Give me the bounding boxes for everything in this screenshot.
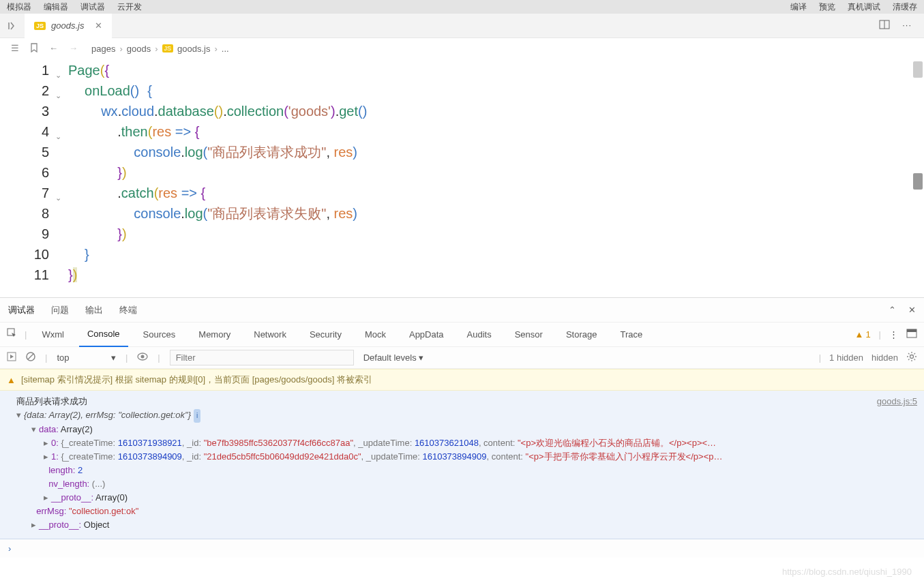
chevron-up-icon[interactable]: ⌃ — [889, 305, 896, 315]
sidebar-toggle-icon[interactable] — [0, 21, 25, 31]
split-editor-icon[interactable] — [879, 20, 890, 31]
more-actions-icon[interactable]: ··· — [902, 20, 912, 31]
expand-icon[interactable]: ▾ — [16, 408, 21, 422]
terminal-tab[interactable]: 终端 — [119, 304, 137, 316]
fold-icon[interactable]: ⌄ — [55, 65, 61, 85]
expand-icon[interactable]: ▸ — [44, 491, 48, 505]
inspect-icon[interactable] — [7, 328, 18, 341]
editor-tab-strip: JS goods.js ✕ ··· — [0, 14, 924, 38]
menu-debugger[interactable]: 调试器 — [80, 1, 105, 12]
svg-line-7 — [28, 354, 33, 359]
chevron-right-icon: › — [119, 44, 122, 54]
breadcrumb[interactable]: pages › goods › JS goods.js › ... — [91, 44, 229, 54]
menu-clear-cache[interactable]: 清缓存 — [893, 1, 917, 12]
devtools-tab-trace[interactable]: Trace — [612, 322, 651, 347]
svg-rect-4 — [907, 329, 916, 332]
debugger-panel: 调试器 问题 输出 终端 ⌃ ✕ | Wxml Console Sources … — [0, 297, 924, 558]
line-number-gutter: 1⌄ 2⌄ 3 4⌄ 5 6 7⌄ 8 9 10 11 — [0, 59, 68, 297]
fold-icon[interactable]: ⌄ — [55, 126, 61, 147]
fold-icon[interactable]: ⌄ — [55, 85, 61, 106]
minimap-thumb — [913, 61, 923, 78]
devtools-tab-sources[interactable]: Sources — [135, 322, 184, 347]
dock-icon[interactable] — [906, 329, 917, 340]
chevron-right-icon: › — [155, 44, 158, 54]
close-icon[interactable]: ✕ — [908, 305, 916, 315]
devtools-tab-network[interactable]: Network — [245, 322, 295, 347]
devtools-tab-sensor[interactable]: Sensor — [507, 322, 551, 347]
breadcrumb-part[interactable]: goods — [127, 44, 151, 54]
menu-editor[interactable]: 编辑器 — [44, 1, 68, 12]
problems-tab[interactable]: 问题 — [51, 304, 69, 316]
devtools-tab-console[interactable]: Console — [79, 322, 128, 347]
chevron-right-icon: › — [214, 44, 217, 54]
menu-cloud[interactable]: 云开发 — [117, 1, 142, 12]
object-property: errMsg: "collection.get:ok" — [7, 505, 917, 518]
devtools-tab-mock[interactable]: Mock — [357, 322, 394, 347]
console-output[interactable]: goods.js:5 商品列表请求成功 ▾{data: Array(2), er… — [0, 391, 924, 539]
log-levels-selector[interactable]: Default levels ▾ — [363, 352, 424, 363]
object-summary[interactable]: ▾{data: Array(2), errMsg: "collection.ge… — [7, 408, 917, 423]
devtools-tab-audits[interactable]: Audits — [459, 322, 500, 347]
breadcrumb-part[interactable]: pages — [91, 44, 115, 54]
code-content[interactable]: Page({ onLoad() { wx.cloud.database().co… — [68, 59, 367, 297]
js-file-badge: JS — [34, 22, 46, 30]
context-selector[interactable]: top ▾ — [57, 352, 115, 363]
sitemap-warning: ▲ [sitemap 索引情况提示] 根据 sitemap 的规则[0]，当前页… — [0, 369, 924, 391]
devtools-tab-appdata[interactable]: AppData — [401, 322, 452, 347]
devtools-tab-wxml[interactable]: Wxml — [33, 322, 72, 347]
menu-icon[interactable]: ☰ — [11, 43, 19, 55]
warning-icon: ▲ — [7, 375, 16, 385]
expand-icon[interactable]: ▾ — [31, 423, 36, 436]
warning-count-badge[interactable]: ▲ 1 — [855, 329, 871, 340]
object-property[interactable]: ▾data: Array(2) — [7, 423, 917, 436]
menu-preview[interactable]: 预览 — [819, 1, 835, 12]
minimap[interactable] — [912, 59, 924, 297]
devtools-tab-memory[interactable]: Memory — [190, 322, 239, 347]
expand-icon[interactable]: ▸ — [44, 450, 48, 464]
top-menu-right: 编译 预览 真机调试 清缓存 — [790, 0, 917, 14]
devtools-tab-security[interactable]: Security — [301, 322, 350, 347]
code-editor[interactable]: 1⌄ 2⌄ 3 4⌄ 5 6 7⌄ 8 9 10 11 Page({ onLoa… — [0, 59, 924, 297]
nav-forward-icon[interactable]: → — [69, 43, 78, 55]
devtools-tab-storage[interactable]: Storage — [558, 322, 606, 347]
console-message: 商品列表请求成功 — [7, 395, 917, 408]
debugger-tab-bar: 调试器 问题 输出 终端 ⌃ ✕ — [0, 298, 924, 322]
tab-filename: goods.js — [51, 20, 84, 31]
expand-icon[interactable]: ▸ — [31, 518, 36, 532]
array-item[interactable]: ▸1: {_createTime: 1610373894909, _id: "2… — [7, 450, 917, 464]
sitemap-message: [sitemap 索引情况提示] 根据 sitemap 的规则[0]，当前页面 … — [21, 374, 372, 386]
menu-compile[interactable]: 编译 — [790, 1, 807, 12]
play-icon[interactable] — [7, 352, 16, 363]
object-property[interactable]: ▸__proto__: Object — [7, 518, 917, 532]
array-item[interactable]: ▸0: {_createTime: 1610371938921, _id: "b… — [7, 436, 917, 450]
object-property[interactable]: ▸__proto__: Array(0) — [7, 491, 917, 505]
expand-icon[interactable]: ▸ — [44, 436, 48, 450]
fold-icon[interactable]: ⌄ — [55, 188, 61, 208]
menu-simulator[interactable]: 模拟器 — [7, 1, 31, 12]
nav-back-icon[interactable]: ← — [49, 43, 58, 55]
hidden-count[interactable]: 1 hidden — [829, 352, 863, 363]
console-input-prompt[interactable]: › — [0, 539, 924, 558]
menu-device-debug[interactable]: 真机调试 — [848, 1, 880, 12]
close-icon[interactable]: ✕ — [95, 20, 102, 31]
hidden-label: hidden — [871, 352, 898, 363]
filter-input[interactable] — [170, 350, 354, 365]
ide-top-menu: 模拟器 编辑器 调试器 云开发 编译 预览 真机调试 清缓存 — [0, 0, 924, 14]
source-link[interactable]: goods.js:5 — [877, 395, 917, 408]
object-property[interactable]: nv_length: (...) — [7, 477, 917, 491]
svg-point-10 — [910, 355, 914, 359]
output-tab[interactable]: 输出 — [85, 304, 103, 316]
minimap-thumb — [913, 173, 923, 190]
editor-tab[interactable]: JS goods.js ✕ — [25, 14, 112, 38]
settings-gear-icon[interactable] — [906, 351, 917, 364]
breadcrumb-part[interactable]: goods.js — [177, 44, 210, 54]
debugger-tab[interactable]: 调试器 — [8, 304, 35, 316]
js-file-badge: JS — [162, 44, 174, 52]
clear-console-icon[interactable] — [26, 352, 35, 363]
breadcrumb-part[interactable]: ... — [222, 44, 229, 54]
live-expression-icon[interactable] — [137, 352, 148, 363]
info-badge-icon[interactable]: i — [194, 409, 200, 423]
top-menu-left: 模拟器 编辑器 调试器 云开发 — [7, 0, 142, 14]
bookmark-icon[interactable] — [30, 43, 38, 55]
devtools-more-icon[interactable]: ⋮ — [889, 329, 898, 340]
